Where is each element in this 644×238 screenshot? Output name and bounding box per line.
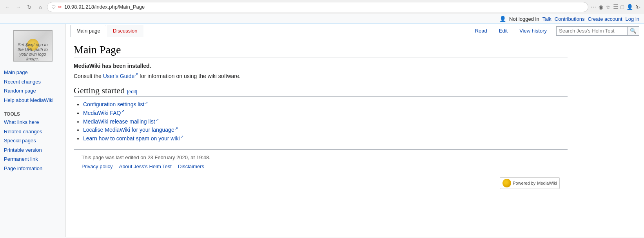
list-link-2[interactable]: MediaWiki release mailing list	[83, 118, 159, 125]
contributions-link[interactable]: Contributions	[555, 16, 585, 22]
mediawiki-logo	[503, 179, 511, 187]
getting-started-text: Getting started	[74, 85, 125, 96]
browser-chrome: ← → ↻ ⌂ 🛡 ✏ 10.98.91.218/index.php/Main_…	[0, 0, 644, 14]
list-item: Localise MediaWiki for your language	[83, 126, 568, 133]
not-logged-in-text: Not logged in	[509, 16, 539, 22]
getting-started-list: Configuration settings list MediaWiki FA…	[83, 101, 568, 142]
bookmark-icon[interactable]: ☆	[606, 4, 611, 10]
sidebar-item-recent-changes[interactable]: Recent changes	[0, 77, 65, 87]
sidebar-icon[interactable]: ☰	[613, 3, 619, 11]
intro-text-after: for information on using the wiki softwa…	[138, 73, 240, 79]
list-link-0[interactable]: Configuration settings list	[83, 101, 148, 107]
tab-read[interactable]: Read	[470, 25, 493, 37]
mediawiki-badge: Powered by MediaWiki	[500, 177, 560, 189]
extension-icon[interactable]: ⛷	[635, 4, 641, 10]
privacy-policy-link[interactable]: Privacy policy	[82, 164, 112, 169]
mediawiki-text: MediaWiki	[537, 181, 557, 185]
tab-view-history[interactable]: View history	[514, 25, 552, 37]
sidebar-tools: Tools What links here Related changes Sp…	[0, 110, 65, 173]
sidebar-item-random-page[interactable]: Random page	[0, 86, 65, 96]
address-bar[interactable]: 🛡 ✏ 10.98.91.218/index.php/Main_Page	[47, 2, 588, 12]
logo-text: Set $wgLogo to the URL path to your own …	[16, 42, 50, 61]
list-item: Configuration settings list	[83, 101, 568, 108]
tools-title: Tools	[0, 110, 65, 118]
list-item: MediaWiki release mailing list	[83, 118, 568, 125]
browser-right-icons: ⋯ ◉ ☆ ☰ □ 👤 ⛷	[591, 3, 641, 11]
url-text: 10.98.91.218/index.php/Main_Page	[64, 4, 145, 10]
talk-link[interactable]: Talk	[542, 16, 551, 22]
sidebar-item-main-page[interactable]: Main page	[0, 68, 65, 77]
sidebar-divider	[4, 108, 62, 108]
users-guide-link[interactable]: User's Guide	[103, 73, 138, 79]
powered-by-text: Powered by	[513, 181, 535, 185]
logo-area: Set $wgLogo to the URL path to your own …	[0, 27, 65, 68]
list-item: MediaWiki FAQ	[83, 109, 568, 116]
page-title: Main Page	[74, 44, 568, 58]
intro-text-before: Consult the	[74, 73, 103, 79]
edit-section-link[interactable]: [edit]	[127, 89, 137, 94]
back-button[interactable]: ←	[3, 3, 12, 11]
log-in-link[interactable]: Log in	[626, 16, 639, 22]
search-button[interactable]: 🔍	[627, 27, 639, 35]
sidebar-item-printable-version[interactable]: Printable version	[0, 145, 65, 155]
content-area: Main page Discussion Read Edit View hist…	[66, 24, 644, 237]
sidebar-navigation: Main page Recent changes Random page Hel…	[0, 68, 65, 105]
list-link-4[interactable]: Learn how to combat spam on your wiki	[83, 135, 183, 142]
address-edit-icon: ✏	[58, 4, 62, 10]
sidebar-item-help[interactable]: Help about MediaWiki	[0, 96, 65, 105]
top-user-bar: 👤 Not logged in Talk Contributions Creat…	[0, 14, 644, 24]
wiki-wrapper: Set $wgLogo to the URL path to your own …	[0, 24, 644, 237]
tab-edit[interactable]: Edit	[493, 25, 513, 37]
footer-edit-info: This page was last edited on 23 February…	[82, 154, 560, 160]
create-account-link[interactable]: Create account	[588, 16, 622, 22]
forward-button[interactable]: →	[14, 3, 23, 11]
pocket-icon[interactable]: ◉	[599, 4, 603, 10]
page-footer: This page was last edited on 23 February…	[74, 149, 568, 174]
tab-right-group: Read Edit View history 🔍	[470, 25, 639, 37]
footer-links: Privacy policy About Jess's Helm Test Di…	[82, 164, 560, 169]
search-input[interactable]	[557, 27, 627, 35]
search-box: 🔍	[556, 26, 639, 36]
sidebar-item-special-pages[interactable]: Special pages	[0, 136, 65, 145]
account-icon[interactable]: 👤	[626, 4, 633, 10]
tab-discussion[interactable]: Discussion	[107, 25, 143, 37]
home-button[interactable]: ⌂	[36, 3, 45, 11]
sidebar-item-what-links-here[interactable]: What links here	[0, 118, 65, 127]
reload-button[interactable]: ↻	[25, 3, 34, 11]
logo-placeholder: Set $wgLogo to the URL path to your own …	[13, 30, 53, 62]
intro-bold: MediaWiki has been installed.	[74, 63, 568, 69]
user-icon: 👤	[499, 16, 506, 22]
sidebar-item-permanent-link[interactable]: Permanent link	[0, 154, 65, 164]
getting-started-heading: Getting started [edit]	[74, 85, 568, 97]
intro-text: Consult the User's Guide for information…	[74, 72, 568, 79]
sidebar-item-page-information[interactable]: Page information	[0, 164, 65, 173]
lock-icon: 🛡	[51, 5, 56, 9]
tab-main-page[interactable]: Main page	[71, 25, 106, 37]
disclaimers-link[interactable]: Disclaimers	[178, 164, 204, 169]
sidebar: Set $wgLogo to the URL path to your own …	[0, 24, 66, 237]
list-link-3[interactable]: Localise MediaWiki for your language	[83, 127, 178, 133]
list-item: Learn how to combat spam on your wiki	[83, 134, 568, 142]
about-link[interactable]: About Jess's Helm Test	[119, 164, 171, 169]
fullscreen-icon[interactable]: □	[621, 4, 624, 10]
list-link-1[interactable]: MediaWiki FAQ	[83, 110, 124, 116]
footer-powered: Powered by MediaWiki	[74, 174, 568, 192]
more-icon[interactable]: ⋯	[591, 4, 596, 10]
page-content: Main Page MediaWiki has been installed. …	[66, 37, 575, 198]
sidebar-item-related-changes[interactable]: Related changes	[0, 127, 65, 136]
page-tabs: Main page Discussion Read Edit View hist…	[66, 24, 644, 37]
